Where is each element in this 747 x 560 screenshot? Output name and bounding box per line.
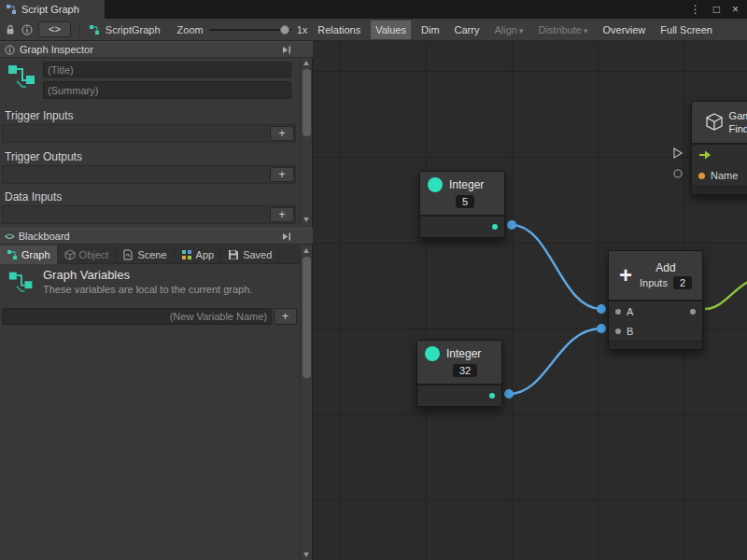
graph-inspector-header[interactable]: Graph Inspector — [0, 41, 313, 58]
port-dot-add-input-a[interactable] — [597, 304, 606, 314]
inspector-scrollbar[interactable] — [300, 58, 312, 225]
cube-icon — [705, 113, 724, 132]
app-grid-icon — [181, 249, 192, 260]
graph-summary-input[interactable] — [43, 81, 291, 99]
tab-saved[interactable]: Saved — [221, 245, 279, 264]
window-menu-icon[interactable]: ⋮ — [690, 0, 701, 19]
node-integer-2[interactable]: Integer 32 — [416, 340, 502, 407]
toolbar-separator — [79, 22, 80, 36]
window-tab-label: Script Graph — [21, 4, 79, 15]
input-port-b-dot[interactable] — [615, 329, 621, 334]
blackboard-tabs: Graph Object Scene App Saved — [0, 245, 300, 264]
trigger-inputs-list: + — [2, 124, 296, 143]
blackboard-header[interactable]: <> Blackboard — [0, 228, 313, 245]
integer-value-badge[interactable]: 5 — [456, 195, 474, 208]
floppy-disk-icon — [228, 249, 239, 260]
scroll-up-icon[interactable] — [303, 248, 309, 253]
dim-toggle[interactable]: Dim — [416, 21, 444, 39]
align-dropdown: Align▾ — [489, 21, 528, 39]
output-port-dot[interactable] — [489, 393, 495, 399]
blackboard-scrollbar-thumb[interactable] — [303, 257, 311, 378]
port-dot-add-input-b[interactable] — [597, 324, 606, 333]
node-title: Integer — [446, 347, 481, 360]
integer-value-badge[interactable]: 32 — [453, 364, 477, 377]
graph-variables-icon — [7, 270, 35, 296]
chevron-down-icon: ▾ — [519, 26, 524, 35]
port-row-a[interactable]: A — [609, 301, 702, 321]
distribute-dropdown: Distribute▾ — [533, 21, 592, 39]
node-title: Find — [729, 123, 747, 134]
add-trigger-input-button[interactable]: + — [270, 126, 294, 141]
inspector-scrollbar-thumb[interactable] — [303, 69, 311, 136]
add-inputs-count[interactable]: 2 — [673, 276, 692, 289]
full-screen-button[interactable]: Full Screen — [655, 21, 717, 39]
overview-button[interactable]: Overview — [598, 21, 650, 39]
tab-graph-label: Graph — [21, 249, 50, 260]
node-integer-1[interactable]: Integer 5 — [419, 171, 505, 238]
add-trigger-output-button[interactable]: + — [270, 167, 294, 182]
zoom-slider-knob[interactable] — [280, 25, 289, 35]
add-data-input-button[interactable]: + — [270, 207, 294, 222]
dock-pin-icon[interactable] — [282, 231, 292, 242]
info-icon[interactable] — [21, 24, 33, 35]
graph-tab-icon — [7, 249, 18, 260]
maximize-icon[interactable]: □ — [713, 0, 720, 19]
control-input-port-icon[interactable] — [674, 148, 682, 158]
relations-toggle[interactable]: Relations — [313, 21, 365, 39]
add-node-icon: + — [619, 264, 632, 287]
node-footer — [692, 186, 747, 194]
port-dot-integer1-output[interactable] — [507, 220, 516, 230]
value-input-port-icon[interactable] — [674, 170, 682, 177]
input-port-a-dot[interactable] — [615, 309, 621, 315]
port-row-b[interactable]: B — [609, 321, 702, 341]
output-port-dot[interactable] — [690, 309, 696, 315]
node-add[interactable]: + Add Inputs 2 A B — [608, 250, 703, 350]
green-arrow-icon — [698, 149, 712, 161]
zoom-slider-track[interactable] — [209, 29, 291, 31]
tab-object[interactable]: Object — [58, 245, 117, 264]
name-port-label: Name — [711, 170, 738, 181]
graph-inspector-title: Graph Inspector — [20, 44, 93, 55]
zoom-label: Zoom — [177, 24, 204, 35]
wire-integer1-to-add-a[interactable] — [512, 225, 601, 309]
scroll-down-icon[interactable] — [303, 553, 309, 557]
port-b-label: B — [627, 326, 633, 337]
distribute-label: Distribute — [538, 24, 581, 35]
output-port-dot[interactable] — [492, 224, 498, 230]
tab-scene[interactable]: Scene — [116, 245, 174, 264]
script-graph-tab-icon — [6, 4, 17, 15]
scroll-up-icon[interactable] — [303, 61, 309, 65]
graph-asset-name[interactable]: ScriptGraph — [106, 24, 161, 35]
add-variable-button[interactable]: + — [274, 308, 297, 325]
lock-icon[interactable] — [5, 24, 16, 35]
name-port-row[interactable]: Name — [692, 165, 747, 186]
zoom-slider[interactable] — [209, 23, 291, 36]
tab-graph[interactable]: Graph — [0, 245, 58, 264]
control-flow-row[interactable] — [692, 145, 747, 165]
node-title: Add — [655, 261, 675, 274]
tab-app-label: App — [196, 249, 215, 260]
code-view-button[interactable]: <> — [38, 21, 71, 37]
wire-integer2-to-add-b[interactable] — [509, 329, 601, 394]
graph-canvas[interactable]: Integer 5 Integer 32 + — [313, 41, 747, 560]
dock-pin-icon[interactable] — [282, 45, 292, 55]
window-tab-script-graph[interactable]: Script Graph — [0, 0, 105, 19]
name-input-port-dot[interactable] — [698, 173, 705, 179]
cube-icon — [64, 249, 76, 260]
tab-app[interactable]: App — [175, 245, 222, 264]
add-inputs-label: Inputs — [640, 277, 668, 288]
graph-title-input[interactable] — [43, 62, 291, 77]
carry-toggle[interactable]: Carry — [450, 21, 485, 39]
scriptgraph-asset-icon — [89, 24, 100, 35]
new-variable-input[interactable] — [2, 308, 272, 325]
data-inputs-list: + — [2, 205, 296, 224]
graph-variables-subtitle: These variables are local to the current… — [43, 284, 252, 295]
values-toggle[interactable]: Values — [371, 21, 411, 39]
scroll-down-icon[interactable] — [303, 217, 309, 222]
node-subtitle: Game Object — [729, 110, 747, 121]
port-dot-integer2-output[interactable] — [504, 389, 514, 399]
wire-add-output[interactable] — [705, 282, 747, 309]
close-icon[interactable]: × — [732, 0, 739, 19]
blackboard-scrollbar[interactable] — [300, 245, 312, 560]
node-find-game-object[interactable]: Game Object Find Name — [691, 101, 747, 195]
